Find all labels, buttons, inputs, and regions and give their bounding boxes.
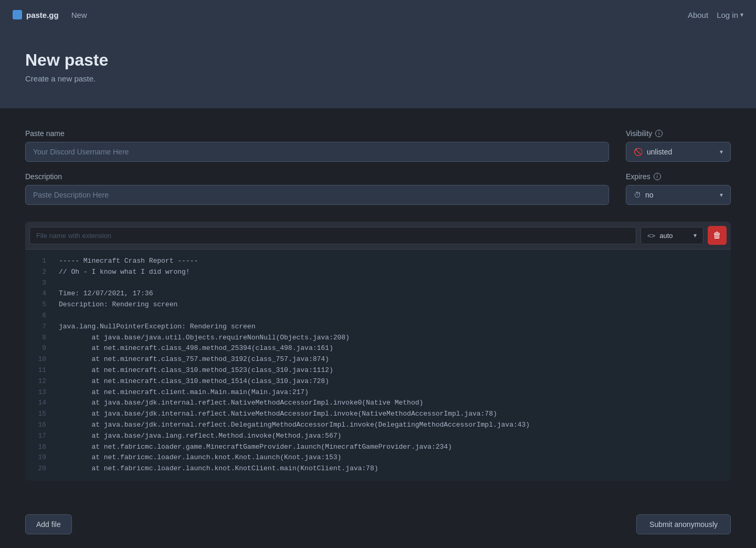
submit-button[interactable]: Submit anonymously	[636, 514, 731, 534]
line-number: 20	[34, 463, 46, 474]
visibility-info-icon[interactable]: i	[655, 130, 663, 137]
line-number: 19	[34, 452, 46, 463]
logo-text: paste.gg	[26, 11, 59, 19]
expires-label: Expires i	[626, 172, 731, 181]
line-number: 1	[34, 256, 46, 267]
nav-login-chevron-icon: ▾	[740, 11, 743, 18]
page-title: New paste	[25, 50, 731, 70]
nav-about-link[interactable]: About	[688, 11, 708, 19]
logo-link[interactable]: paste.gg	[13, 10, 59, 19]
visibility-group: Visibility i 🚫 unlisted ▾	[626, 129, 731, 162]
visibility-chevron-icon: ▾	[720, 148, 723, 156]
visibility-select[interactable]: 🚫 unlisted ▾	[626, 142, 731, 162]
logo-icon	[13, 10, 22, 19]
description-input[interactable]	[25, 185, 609, 205]
description-label: Description	[25, 172, 609, 181]
language-value: auto	[659, 232, 673, 240]
line-number: 3	[34, 278, 46, 289]
delete-file-button[interactable]: 🗑	[708, 226, 727, 245]
language-chevron-icon: ▾	[694, 232, 697, 239]
navbar-left: paste.gg New	[13, 10, 87, 19]
line-number: 17	[34, 431, 46, 442]
line-number: 6	[34, 311, 46, 322]
code-content[interactable]: ----- Minecraft Crash Report ----- // Oh…	[50, 250, 731, 481]
line-number: 16	[34, 420, 46, 431]
main-content: Paste name Visibility i 🚫 unlisted ▾ Des…	[0, 108, 756, 502]
line-number: 11	[34, 365, 46, 376]
description-group: Description	[25, 172, 609, 205]
timer-icon: ⏱	[634, 191, 641, 199]
file-name-input[interactable]	[29, 227, 636, 244]
code-icon: <>	[647, 232, 655, 240]
visibility-label: Visibility i	[626, 129, 731, 138]
footer-actions: Add file Submit anonymously	[0, 502, 756, 547]
nav-login-label: Log in	[717, 11, 738, 19]
page-subtitle: Create a new paste.	[25, 74, 731, 83]
nav-new-link[interactable]: New	[71, 11, 87, 19]
line-number: 5	[34, 299, 46, 311]
line-number: 10	[34, 354, 46, 365]
nav-login-button[interactable]: Log in ▾	[717, 11, 743, 19]
expires-value: no	[645, 191, 654, 199]
language-select[interactable]: <> auto ▾	[640, 227, 704, 244]
expires-chevron-icon: ▾	[720, 191, 723, 199]
visibility-value: unlisted	[647, 148, 672, 156]
line-number: 15	[34, 409, 46, 420]
hero-section: New paste Create a new paste.	[0, 29, 756, 108]
line-number: 8	[34, 333, 46, 344]
editor-section: <> auto ▾ 🗑 1234567891011121314151617181…	[25, 222, 731, 481]
line-number: 18	[34, 442, 46, 453]
paste-name-label: Paste name	[25, 129, 609, 138]
line-number: 7	[34, 322, 46, 333]
line-number: 13	[34, 387, 46, 398]
expires-info-icon[interactable]: i	[654, 173, 661, 180]
line-number: 9	[34, 343, 46, 354]
code-editor[interactable]: 1234567891011121314151617181920 ----- Mi…	[25, 250, 731, 481]
paste-name-group: Paste name	[25, 129, 609, 162]
paste-name-input[interactable]	[25, 142, 609, 162]
unlisted-icon: 🚫	[634, 148, 643, 156]
add-file-button[interactable]: Add file	[25, 514, 72, 534]
trash-icon: 🗑	[713, 231, 721, 240]
expires-select[interactable]: ⏱ no ▾	[626, 185, 731, 205]
line-numbers: 1234567891011121314151617181920	[25, 250, 50, 481]
expires-group: Expires i ⏱ no ▾	[626, 172, 731, 205]
navbar: paste.gg New About Log in ▾	[0, 0, 756, 29]
editor-toolbar: <> auto ▾ 🗑	[25, 222, 731, 250]
line-number: 4	[34, 288, 46, 299]
line-number: 2	[34, 267, 46, 278]
line-number: 14	[34, 398, 46, 409]
line-number: 12	[34, 376, 46, 387]
navbar-right: About Log in ▾	[688, 11, 743, 19]
